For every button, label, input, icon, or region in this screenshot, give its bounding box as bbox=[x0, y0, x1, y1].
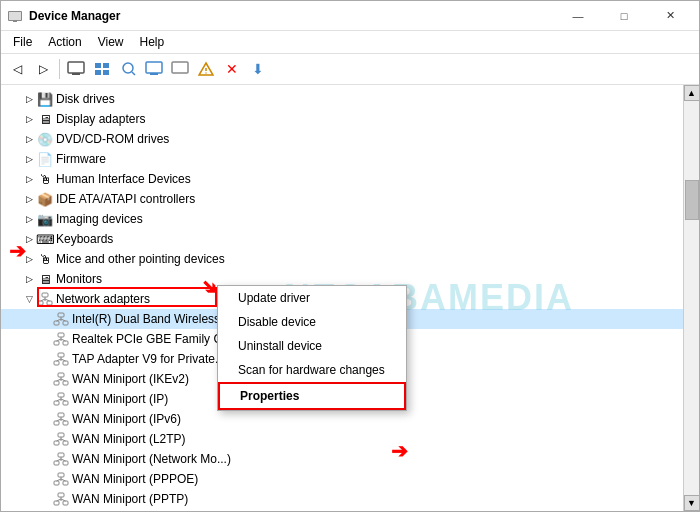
svg-rect-71 bbox=[58, 473, 64, 477]
disable-device-menuitem[interactable]: Disable device bbox=[218, 310, 406, 334]
close-button[interactable]: ✕ bbox=[647, 4, 693, 28]
window-controls: — □ ✕ bbox=[555, 4, 693, 28]
svg-rect-55 bbox=[63, 421, 68, 425]
svg-point-16 bbox=[205, 72, 206, 73]
wan-pppoe-icon bbox=[53, 471, 69, 487]
svg-rect-24 bbox=[54, 321, 59, 325]
expand-icon[interactable]: ▷ bbox=[21, 191, 37, 207]
monitor-button[interactable] bbox=[142, 57, 166, 81]
wan-pptp-item[interactable]: WAN Miniport (PPTP) bbox=[1, 489, 683, 509]
maximize-button[interactable]: □ bbox=[601, 4, 647, 28]
expand-icon[interactable]: ▷ bbox=[21, 91, 37, 107]
app-icon bbox=[7, 8, 23, 24]
back-button[interactable]: ◁ bbox=[5, 57, 29, 81]
svg-rect-53 bbox=[58, 413, 64, 417]
wan-pptp-icon bbox=[53, 491, 69, 507]
scan-button[interactable] bbox=[116, 57, 140, 81]
svg-rect-11 bbox=[146, 62, 162, 73]
tap-icon bbox=[53, 351, 69, 367]
svg-rect-77 bbox=[58, 493, 64, 497]
svg-rect-25 bbox=[63, 321, 68, 325]
disk-icon: 💾 bbox=[37, 91, 53, 107]
expand-icon[interactable]: ▷ bbox=[21, 271, 37, 287]
item-label: WAN Miniport (L2TP) bbox=[72, 432, 186, 446]
spacer bbox=[37, 371, 53, 387]
scroll-up-button[interactable]: ▲ bbox=[684, 85, 700, 101]
computer-button[interactable] bbox=[64, 57, 88, 81]
wan-l2tp-item[interactable]: WAN Miniport (L2TP) bbox=[1, 429, 683, 449]
scroll-track[interactable] bbox=[684, 101, 699, 495]
item-label: WAN Miniport (IP) bbox=[72, 392, 168, 406]
spacer bbox=[37, 311, 53, 327]
wan-network-item[interactable]: WAN Miniport (Network Mo...) bbox=[1, 449, 683, 469]
device-tree[interactable]: ▷ 💾 Disk drives ▷ 🖥 Display adapters ▷ 💿… bbox=[1, 85, 683, 511]
display-icon: 🖥 bbox=[37, 111, 53, 127]
scan-hardware-menuitem[interactable]: Scan for hardware changes bbox=[218, 358, 406, 382]
keyboard-icon: ⌨ bbox=[37, 231, 53, 247]
menu-help[interactable]: Help bbox=[132, 33, 173, 51]
list-item[interactable]: ▷ 🖱 Human Interface Devices bbox=[1, 169, 683, 189]
svg-rect-59 bbox=[58, 433, 64, 437]
uninstall-device-menuitem[interactable]: Uninstall device bbox=[218, 334, 406, 358]
expand-icon[interactable]: ▷ bbox=[21, 251, 37, 267]
device-list-button[interactable] bbox=[90, 57, 114, 81]
item-label: Realtek PCIe GBE Family Co... bbox=[72, 332, 239, 346]
spacer bbox=[37, 491, 53, 507]
menu-action[interactable]: Action bbox=[40, 33, 89, 51]
update-driver-menuitem[interactable]: Update driver bbox=[218, 286, 406, 310]
list-item[interactable]: ▷ 📦 IDE ATA/ATAPI controllers bbox=[1, 189, 683, 209]
download-button[interactable]: ⬇ bbox=[246, 57, 270, 81]
list-item[interactable]: ▷ 💿 DVD/CD-ROM drives bbox=[1, 129, 683, 149]
list-item[interactable]: ▷ 💾 Disk drives bbox=[1, 89, 683, 109]
human-interface-icon: 🖱 bbox=[37, 171, 53, 187]
svg-rect-13 bbox=[172, 62, 188, 73]
properties-menuitem[interactable]: Properties bbox=[218, 382, 406, 410]
wan-pppoe-item[interactable]: WAN Miniport (PPPOE) bbox=[1, 469, 683, 489]
expand-icon[interactable]: ▽ bbox=[21, 291, 37, 307]
wan-ip-icon bbox=[53, 391, 69, 407]
imaging-devices-item[interactable]: ▷ 📷 Imaging devices bbox=[1, 209, 683, 229]
menu-view[interactable]: View bbox=[90, 33, 132, 51]
svg-rect-49 bbox=[63, 401, 68, 405]
scroll-thumb[interactable] bbox=[685, 180, 699, 220]
spacer bbox=[37, 331, 53, 347]
keyboards-item[interactable]: ▷ ⌨ Keyboards bbox=[1, 229, 683, 249]
warning-button[interactable] bbox=[194, 57, 218, 81]
wan-ipv6-item[interactable]: WAN Miniport (IPv6) bbox=[1, 409, 683, 429]
list-item[interactable]: ▷ 🖥 Display adapters bbox=[1, 109, 683, 129]
minimize-button[interactable]: — bbox=[555, 4, 601, 28]
item-label: Disk drives bbox=[56, 92, 115, 106]
item-label: Monitors bbox=[56, 272, 102, 286]
svg-rect-67 bbox=[63, 461, 68, 465]
monitor2-button[interactable] bbox=[168, 57, 192, 81]
expand-icon[interactable]: ▷ bbox=[21, 111, 37, 127]
expand-icon[interactable]: ▷ bbox=[21, 131, 37, 147]
expand-icon[interactable]: ▷ bbox=[21, 151, 37, 167]
remove-button[interactable]: ✕ bbox=[220, 57, 244, 81]
svg-rect-42 bbox=[54, 381, 59, 385]
svg-rect-1 bbox=[9, 12, 21, 20]
wan-sstp-item[interactable]: WAN Miniport (SSTP) bbox=[1, 509, 683, 511]
svg-rect-5 bbox=[95, 63, 101, 68]
expand-icon[interactable]: ▷ bbox=[21, 211, 37, 227]
svg-rect-8 bbox=[103, 70, 109, 75]
svg-rect-79 bbox=[63, 501, 68, 505]
spacer bbox=[37, 351, 53, 367]
expand-icon[interactable]: ▷ bbox=[21, 171, 37, 187]
svg-rect-48 bbox=[54, 401, 59, 405]
svg-rect-12 bbox=[150, 73, 158, 75]
menu-file[interactable]: File bbox=[5, 33, 40, 51]
scroll-down-button[interactable]: ▼ bbox=[684, 495, 700, 511]
item-label: Firmware bbox=[56, 152, 106, 166]
svg-rect-30 bbox=[54, 341, 59, 345]
forward-button[interactable]: ▷ bbox=[31, 57, 55, 81]
spacer bbox=[37, 471, 53, 487]
svg-rect-19 bbox=[47, 301, 52, 305]
svg-rect-72 bbox=[54, 481, 59, 485]
list-item[interactable]: ▷ 📄 Firmware bbox=[1, 149, 683, 169]
spacer bbox=[37, 431, 53, 447]
scrollbar[interactable]: ▲ ▼ bbox=[683, 85, 699, 511]
svg-rect-60 bbox=[54, 441, 59, 445]
wan-icon bbox=[53, 371, 69, 387]
mice-item[interactable]: ▷ 🖱 Mice and other pointing devices bbox=[1, 249, 683, 269]
